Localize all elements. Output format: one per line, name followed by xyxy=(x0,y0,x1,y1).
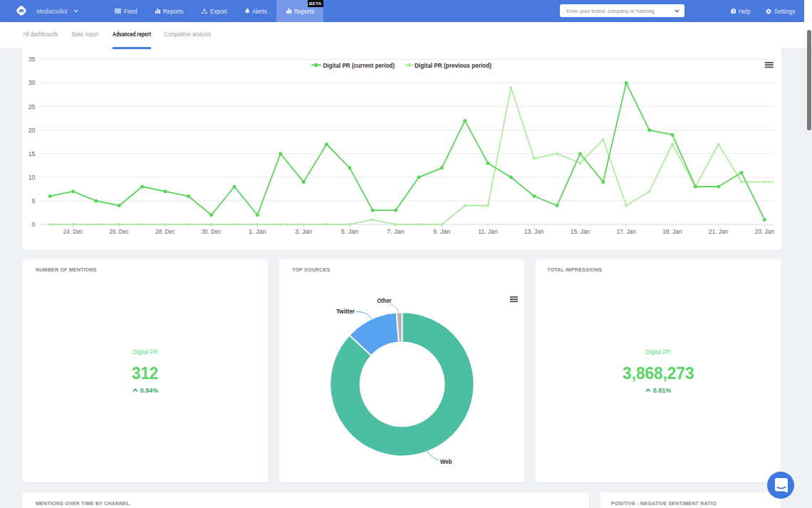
svg-text:1. Jan: 1. Jan xyxy=(249,228,266,235)
svg-text:15: 15 xyxy=(28,150,36,157)
svg-text:24. Dec: 24. Dec xyxy=(63,228,83,235)
svg-text:Digital PR (previous period): Digital PR (previous period) xyxy=(415,62,491,69)
svg-text:23. Jan: 23. Jan xyxy=(755,228,775,235)
svg-text:25: 25 xyxy=(28,103,36,110)
svg-text:19. Jan: 19. Jan xyxy=(662,228,682,235)
svg-text:5. Jan: 5. Jan xyxy=(341,228,359,235)
svg-text:26. Dec: 26. Dec xyxy=(110,228,130,235)
svg-text:35: 35 xyxy=(28,56,36,63)
svg-text:7. Jan: 7. Jan xyxy=(387,228,405,235)
svg-text:3. Jan: 3. Jan xyxy=(295,228,313,235)
svg-text:17. Jan: 17. Jan xyxy=(616,228,636,235)
svg-text:5: 5 xyxy=(32,197,36,204)
svg-text:?: ? xyxy=(732,9,734,13)
svg-text:13. Jan: 13. Jan xyxy=(524,228,544,235)
svg-text:30: 30 xyxy=(28,79,36,86)
svg-text:11. Jan: 11. Jan xyxy=(478,228,498,235)
svg-text:Twitter: Twitter xyxy=(336,308,355,315)
svg-text:20: 20 xyxy=(28,127,36,134)
svg-text:Other: Other xyxy=(378,297,392,304)
svg-text:Web: Web xyxy=(440,458,452,465)
svg-text:21. Jan: 21. Jan xyxy=(709,228,729,235)
svg-text:10: 10 xyxy=(28,174,36,181)
svg-text:0: 0 xyxy=(32,221,36,228)
svg-text:30. Dec: 30. Dec xyxy=(202,228,222,235)
svg-text:28. Dec: 28. Dec xyxy=(155,228,175,235)
svg-text:15. Jan: 15. Jan xyxy=(571,228,590,235)
svg-text:Digital PR (current period): Digital PR (current period) xyxy=(323,62,395,69)
svg-text:9. Jan: 9. Jan xyxy=(433,228,451,235)
